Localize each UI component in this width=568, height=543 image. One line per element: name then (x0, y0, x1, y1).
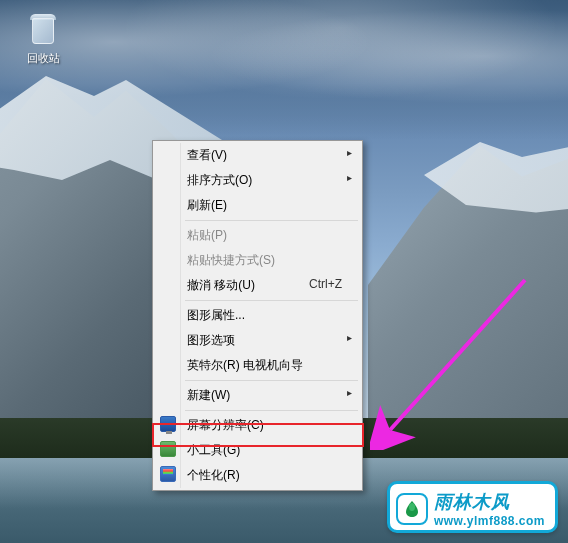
menu-separator (185, 300, 358, 301)
svg-point-2 (409, 503, 415, 511)
menu-item-sort[interactable]: 排序方式(O) (155, 168, 360, 193)
recycle-bin-desktop-icon[interactable]: 回收站 (18, 10, 68, 66)
menu-item-screen-resolution[interactable]: 屏幕分辨率(C) (155, 413, 360, 438)
desktop-context-menu: 查看(V) 排序方式(O) 刷新(E) 粘贴(P) 粘贴快捷方式(S) 撤消 移… (152, 140, 363, 491)
menu-item-graphics-properties[interactable]: 图形属性... (155, 303, 360, 328)
menu-label: 新建(W) (187, 388, 230, 402)
menu-separator (185, 410, 358, 411)
menu-item-undo-move[interactable]: 撤消 移动(U) Ctrl+Z (155, 273, 360, 298)
menu-label: 图形选项 (187, 333, 235, 347)
recycle-bin-icon (24, 10, 62, 48)
menu-item-personalize[interactable]: 个性化(R) (155, 463, 360, 488)
gadget-icon (160, 441, 176, 457)
menu-label: 排序方式(O) (187, 173, 252, 187)
menu-label: 粘贴快捷方式(S) (187, 253, 275, 267)
menu-item-graphics-options[interactable]: 图形选项 (155, 328, 360, 353)
menu-item-refresh[interactable]: 刷新(E) (155, 193, 360, 218)
windows-desktop[interactable]: 回收站 查看(V) 排序方式(O) 刷新(E) 粘贴(P) 粘贴快捷方式(S) … (0, 0, 568, 543)
menu-label: 屏幕分辨率(C) (187, 418, 264, 432)
menu-label: 小工具(G) (187, 443, 240, 457)
monitor-icon (160, 416, 176, 432)
menu-label: 刷新(E) (187, 198, 227, 212)
menu-item-intel-tv-wizard[interactable]: 英特尔(R) 电视机向导 (155, 353, 360, 378)
watermark-text: 雨林木风 www.ylmf888.com (434, 490, 545, 528)
menu-label: 撤消 移动(U) (187, 278, 255, 292)
menu-item-new[interactable]: 新建(W) (155, 383, 360, 408)
menu-item-paste: 粘贴(P) (155, 223, 360, 248)
menu-item-paste-shortcut: 粘贴快捷方式(S) (155, 248, 360, 273)
watermark-badge: 雨林木风 www.ylmf888.com (387, 481, 558, 533)
menu-separator (185, 380, 358, 381)
menu-item-view[interactable]: 查看(V) (155, 143, 360, 168)
menu-label: 粘贴(P) (187, 228, 227, 242)
watermark-brand: 雨林木风 (434, 490, 545, 514)
menu-item-gadgets[interactable]: 小工具(G) (155, 438, 360, 463)
watermark-url: www.ylmf888.com (434, 514, 545, 528)
menu-label: 查看(V) (187, 148, 227, 162)
recycle-bin-label: 回收站 (18, 51, 68, 66)
menu-label: 个性化(R) (187, 468, 240, 482)
watermark-logo-icon (396, 493, 428, 525)
menu-label: 英特尔(R) 电视机向导 (187, 358, 303, 372)
menu-shortcut: Ctrl+Z (309, 277, 342, 291)
menu-label: 图形属性... (187, 308, 245, 322)
personalize-icon (160, 466, 176, 482)
menu-separator (185, 220, 358, 221)
